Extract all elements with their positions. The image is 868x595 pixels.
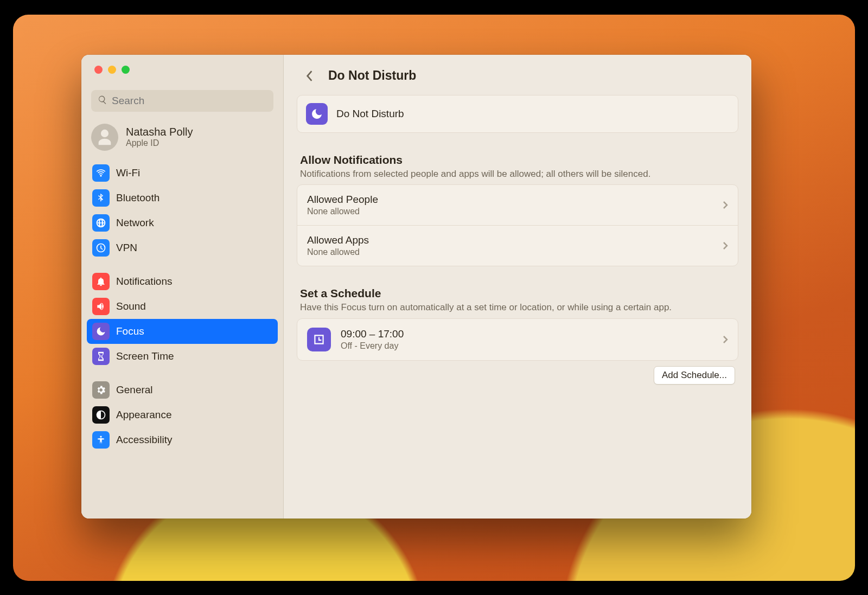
sidebar-item-label: Notifications (116, 276, 173, 287)
sidebar-group-system: General Appearance Accessibility (81, 373, 283, 457)
schedule-heading: Set a Schedule (300, 287, 735, 300)
close-button[interactable] (94, 66, 103, 74)
sidebar-item-label: Bluetooth (116, 192, 159, 204)
accessibility-icon (92, 431, 110, 449)
back-button[interactable] (301, 68, 317, 84)
sidebar-item-appearance[interactable]: Appearance (87, 402, 278, 427)
chevron-right-icon (723, 201, 728, 209)
sidebar-item-label: Focus (116, 325, 144, 337)
sidebar-item-wifi[interactable]: Wi-Fi (87, 161, 278, 185)
row-sub: None allowed (307, 207, 378, 216)
sidebar-item-sound[interactable]: Sound (87, 294, 278, 319)
sidebar-item-label: Wi-Fi (116, 167, 140, 179)
dnd-summary-card: Do Not Disturb (297, 95, 738, 133)
allow-list: Allowed People None allowed Allowed Apps… (297, 184, 738, 266)
account-row[interactable]: Natasha Polly Apple ID (81, 112, 283, 156)
account-name: Natasha Polly (126, 126, 193, 138)
wifi-icon (92, 164, 110, 182)
chevron-right-icon (723, 335, 728, 344)
minimize-button[interactable] (108, 66, 116, 74)
content-header: Do Not Disturb (297, 55, 738, 95)
sidebar-item-label: Screen Time (116, 350, 174, 362)
allowed-people-row[interactable]: Allowed People None allowed (297, 185, 738, 225)
search-field[interactable] (91, 90, 273, 112)
content-pane: Do Not Disturb Do Not Disturb Allow Noti… (284, 55, 751, 519)
sidebar: Natasha Polly Apple ID Wi-Fi (81, 55, 284, 519)
notifications-icon (92, 273, 110, 290)
schedule-row[interactable]: 09:00 – 17:00 Off - Every day (297, 319, 738, 360)
sidebar-item-focus[interactable]: Focus (87, 319, 278, 344)
sidebar-group-attention: Notifications Sound Focus (81, 265, 283, 373)
allowed-apps-row[interactable]: Allowed Apps None allowed (297, 225, 738, 266)
settings-window: Natasha Polly Apple ID Wi-Fi (81, 55, 751, 519)
row-sub: None allowed (307, 247, 369, 257)
sidebar-item-notifications[interactable]: Notifications (87, 269, 278, 294)
sidebar-item-label: Appearance (116, 409, 171, 421)
chevron-right-icon (723, 241, 728, 250)
sidebar-item-label: Sound (116, 300, 146, 312)
bluetooth-icon (92, 189, 110, 207)
screentime-icon (92, 348, 110, 365)
sidebar-item-label: Accessibility (116, 434, 172, 446)
schedule-desc: Have this Focus turn on automatically at… (300, 301, 735, 314)
sidebar-item-bluetooth[interactable]: Bluetooth (87, 185, 278, 210)
avatar (91, 124, 118, 151)
vpn-icon (92, 239, 110, 257)
search-icon (98, 95, 112, 107)
sidebar-group-network: Wi-Fi Bluetooth Network (81, 156, 283, 265)
desktop-wallpaper: Natasha Polly Apple ID Wi-Fi (13, 15, 855, 581)
sidebar-item-accessibility[interactable]: Accessibility (87, 427, 278, 452)
focus-icon (92, 323, 110, 340)
search-input[interactable] (112, 95, 267, 107)
allow-section-header: Allow Notifications Notifications from s… (297, 133, 738, 185)
account-sub: Apple ID (126, 138, 193, 148)
row-title: 09:00 – 17:00 (341, 328, 404, 340)
row-sub: Off - Every day (341, 341, 404, 351)
sound-icon (92, 298, 110, 315)
appearance-icon (92, 406, 110, 424)
clock-icon (307, 328, 331, 351)
dnd-title: Do Not Disturb (336, 108, 404, 120)
row-title: Allowed Apps (307, 234, 369, 246)
page-title: Do Not Disturb (328, 68, 416, 83)
allow-heading: Allow Notifications (300, 153, 735, 167)
row-title: Allowed People (307, 194, 378, 206)
window-controls (81, 55, 283, 74)
sidebar-item-vpn[interactable]: VPN (87, 235, 278, 260)
schedule-list: 09:00 – 17:00 Off - Every day (297, 318, 738, 361)
schedule-actions: Add Schedule... (297, 361, 738, 385)
gear-icon (92, 381, 110, 399)
sidebar-item-network[interactable]: Network (87, 210, 278, 235)
network-icon (92, 214, 110, 232)
sidebar-item-label: VPN (116, 242, 137, 254)
moon-icon (306, 103, 328, 125)
add-schedule-button[interactable]: Add Schedule... (654, 366, 735, 385)
sidebar-item-general[interactable]: General (87, 378, 278, 402)
sidebar-item-label: General (116, 384, 153, 396)
fullscreen-button[interactable] (122, 66, 130, 74)
sidebar-item-screentime[interactable]: Screen Time (87, 344, 278, 369)
schedule-section-header: Set a Schedule Have this Focus turn on a… (297, 266, 738, 318)
sidebar-item-label: Network (116, 217, 154, 229)
allow-desc: Notifications from selected people and a… (300, 168, 735, 181)
